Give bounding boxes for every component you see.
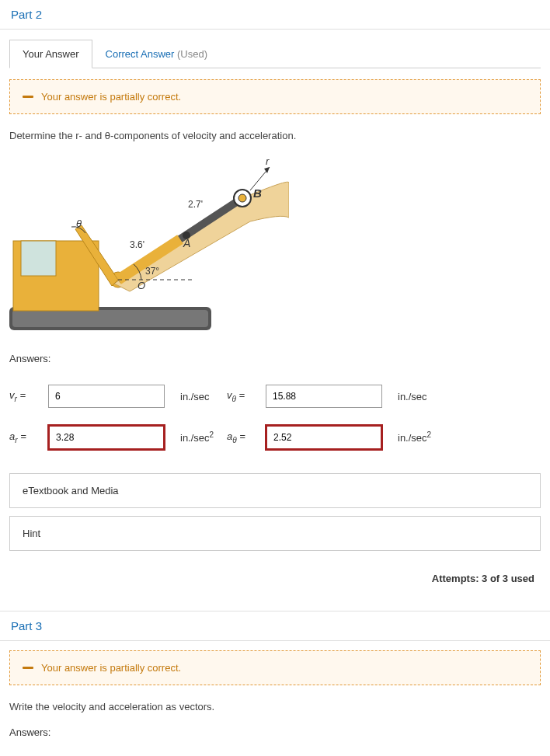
minus-icon bbox=[23, 667, 33, 669]
etextbook-button[interactable]: eTextbook and Media bbox=[9, 473, 541, 508]
part3-header[interactable]: Part 3 bbox=[0, 611, 550, 641]
vtheta-input[interactable] bbox=[266, 385, 382, 408]
answers-heading-3: Answers: bbox=[9, 726, 541, 738]
hint-button[interactable]: Hint bbox=[9, 516, 541, 551]
atheta-label: aθ = bbox=[227, 430, 266, 444]
alert-text-3: Your answer is partially correct. bbox=[41, 662, 181, 674]
ar-unit: in./sec2 bbox=[172, 430, 227, 444]
fig-label-B: B bbox=[253, 186, 262, 200]
question-prompt: Determine the r- and θ-components of vel… bbox=[9, 130, 541, 141]
fig-dim-3-6: 3.6' bbox=[130, 239, 144, 250]
fig-dim-2-7: 2.7' bbox=[188, 199, 203, 210]
vtheta-label: vθ = bbox=[227, 389, 266, 403]
vr-label: vr = bbox=[9, 389, 48, 403]
vtheta-unit: in./sec bbox=[390, 391, 444, 402]
fig-angle-37: 37° bbox=[145, 266, 159, 277]
vr-unit: in./sec bbox=[172, 391, 227, 402]
part3-body: Your answer is partially correct. Write … bbox=[0, 641, 550, 756]
attempts-text: Attempts: 3 of 3 used bbox=[9, 559, 541, 601]
tab-correct-label: Correct Answer bbox=[106, 48, 175, 60]
partial-correct-alert-3: Your answer is partially correct. bbox=[9, 650, 541, 685]
tab-your-answer[interactable]: Your Answer bbox=[9, 40, 92, 68]
tabs: Your Answer Correct Answer (Used) bbox=[9, 39, 541, 68]
fig-label-r: r bbox=[266, 155, 269, 167]
part2-body: Your Answer Correct Answer (Used) Your a… bbox=[0, 30, 550, 611]
minus-icon bbox=[23, 96, 33, 98]
excavator-figure: r B 2.7' A 3.6' 37° O θ bbox=[9, 155, 289, 334]
question-prompt-3: Write the velocity and acceleration as v… bbox=[9, 701, 541, 712]
vr-input[interactable] bbox=[48, 385, 165, 408]
tab-correct-answer[interactable]: Correct Answer (Used) bbox=[92, 40, 221, 68]
ar-label: ar = bbox=[9, 430, 48, 444]
svg-rect-4 bbox=[21, 241, 56, 276]
atheta-input[interactable] bbox=[266, 425, 382, 450]
answers-heading: Answers: bbox=[9, 353, 541, 364]
tab-correct-used: (Used) bbox=[174, 48, 207, 60]
answers-grid: vr = in./sec vθ = in./sec ar = in./sec2 … bbox=[9, 385, 541, 450]
svg-rect-2 bbox=[12, 310, 208, 327]
ar-input[interactable] bbox=[48, 425, 165, 450]
part2-header[interactable]: Part 2 bbox=[0, 0, 550, 30]
atheta-unit: in./sec2 bbox=[390, 430, 444, 444]
alert-text: Your answer is partially correct. bbox=[41, 91, 181, 103]
svg-point-9 bbox=[238, 194, 246, 202]
partial-correct-alert: Your answer is partially correct. bbox=[9, 79, 541, 114]
fig-label-theta: θ bbox=[76, 218, 82, 229]
fig-label-A: A bbox=[183, 237, 190, 249]
fig-label-O: O bbox=[138, 280, 145, 291]
